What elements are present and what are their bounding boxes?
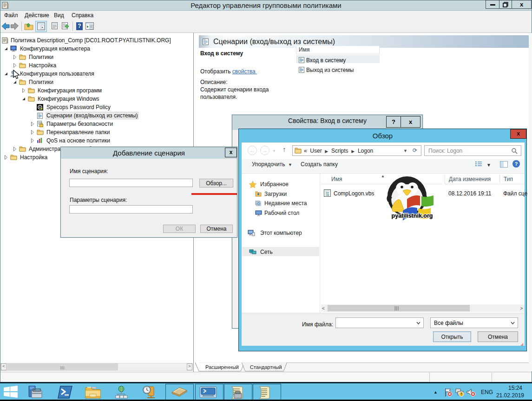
svg-text:pyatilistnik.org: pyatilistnik.org <box>392 213 433 219</box>
